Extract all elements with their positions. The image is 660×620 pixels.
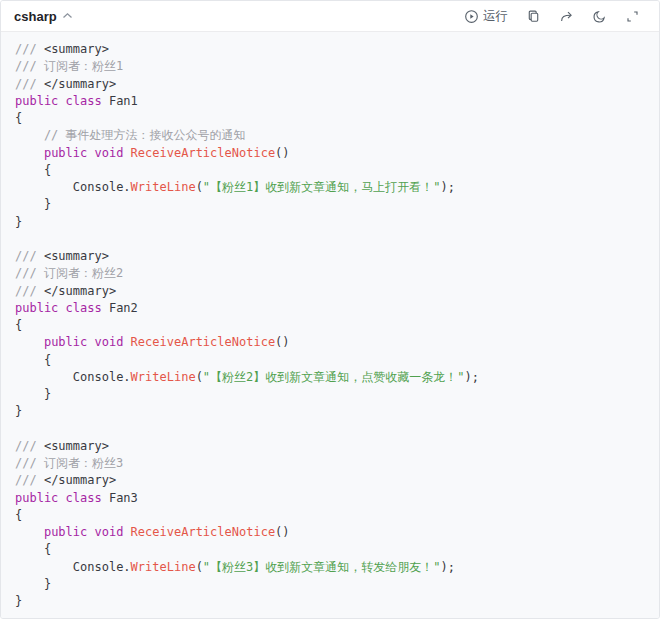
code-line: { (15, 352, 645, 369)
code-line: public class Fan3 (15, 490, 645, 507)
code-line: /// <summary> (15, 41, 645, 58)
code-line: /// 订阅者：粉丝3 (15, 455, 645, 472)
code-line: } (15, 576, 645, 593)
code-line: Console.WriteLine("【粉丝1】收到新文章通知，马上打开看！")… (15, 179, 645, 196)
code-line: { (15, 110, 645, 127)
share-arrow-button[interactable] (553, 6, 580, 27)
code-line: /// </summary> (15, 76, 645, 93)
fullscreen-button[interactable] (619, 6, 646, 27)
code-line: public class Fan1 (15, 93, 645, 110)
code-line: public void ReceiveArticleNotice() (15, 524, 645, 541)
language-label: csharp (14, 9, 57, 24)
code-line: /// </summary> (15, 283, 645, 300)
code-line: public void ReceiveArticleNotice() (15, 145, 645, 162)
copy-icon (526, 9, 541, 24)
code-line: /// 订阅者：粉丝1 (15, 58, 645, 75)
code-actions: 运行 (452, 5, 646, 28)
expand-icon (625, 9, 640, 24)
code-line: } (15, 386, 645, 403)
code-line: } (15, 214, 645, 231)
code-line: { (15, 541, 645, 558)
code-line: // 事件处理方法：接收公众号的通知 (15, 127, 645, 144)
moon-icon (592, 9, 607, 24)
copy-button[interactable] (520, 6, 547, 27)
code-line: Console.WriteLine("【粉丝3】收到新文章通知，转发给朋友！")… (15, 559, 645, 576)
code-line: } (15, 593, 645, 610)
code-line: /// <summary> (15, 438, 645, 455)
code-line: } (15, 196, 645, 213)
language-collapse-toggle[interactable]: csharp (14, 9, 73, 24)
code-block-header: csharp 运行 (1, 1, 659, 32)
play-circle-icon (464, 9, 479, 24)
code-line: /// </summary> (15, 472, 645, 489)
code-line: { (15, 317, 645, 334)
code-line: } (15, 403, 645, 420)
code-line: /// 订阅者：粉丝2 (15, 265, 645, 282)
code-line: { (15, 162, 645, 179)
code-line (15, 231, 645, 248)
theme-toggle-button[interactable] (586, 6, 613, 27)
code-block-panel: csharp 运行 (0, 0, 660, 619)
code-line: public class Fan2 (15, 300, 645, 317)
run-button[interactable]: 运行 (458, 5, 514, 28)
code-line: public void ReceiveArticleNotice() (15, 334, 645, 351)
code-content: /// <summary>/// 订阅者：粉丝1/// </summary>pu… (1, 32, 659, 618)
run-label: 运行 (483, 8, 508, 25)
curved-arrow-icon (559, 9, 574, 24)
code-line: { (15, 507, 645, 524)
code-line (15, 421, 645, 438)
code-line: Console.WriteLine("【粉丝2】收到新文章通知，点赞收藏一条龙！… (15, 369, 645, 386)
chevron-up-icon (62, 12, 73, 20)
code-line: /// <summary> (15, 248, 645, 265)
